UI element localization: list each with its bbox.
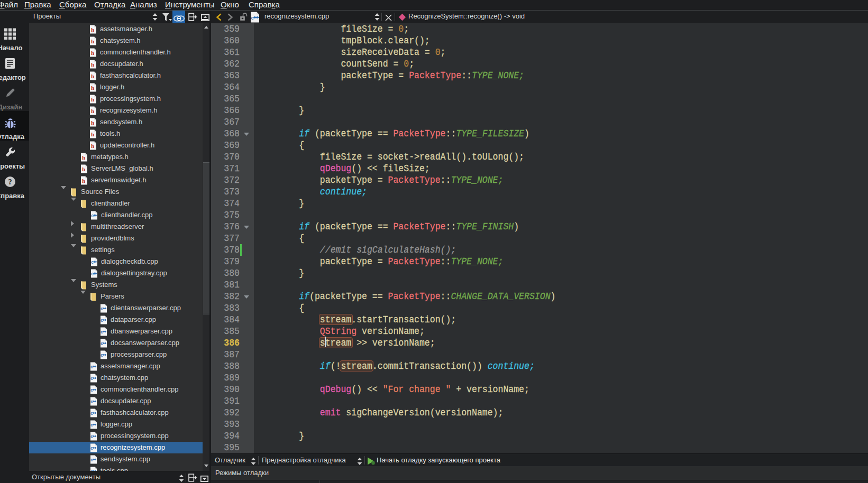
svg-text:c: c xyxy=(90,422,93,427)
svg-text:h: h xyxy=(91,72,94,79)
svg-text:c: c xyxy=(91,271,94,276)
svg-text:c: c xyxy=(100,340,103,346)
svg-text:h: h xyxy=(82,165,85,172)
svg-text:?: ? xyxy=(8,178,12,186)
svg-text:c: c xyxy=(90,445,93,450)
svg-text:h: h xyxy=(91,119,94,125)
svg-text:c: c xyxy=(90,433,93,439)
svg-text:c: c xyxy=(90,398,93,404)
svg-text:h: h xyxy=(91,38,94,44)
svg-text:h: h xyxy=(91,49,94,55)
svg-text:h: h xyxy=(91,96,94,102)
svg-text:h: h xyxy=(91,61,94,67)
svg-text:c: c xyxy=(91,259,94,264)
svg-text:c: c xyxy=(251,14,254,20)
svg-text:c: c xyxy=(100,352,103,357)
svg-text:c: c xyxy=(90,375,93,380)
svg-text:h: h xyxy=(91,107,94,114)
svg-text:c: c xyxy=(100,317,103,322)
svg-text:c: c xyxy=(100,329,103,334)
svg-text:c: c xyxy=(90,410,93,415)
svg-text:h: h xyxy=(82,154,85,160)
svg-text:c: c xyxy=(91,212,94,218)
svg-text:h: h xyxy=(82,177,85,183)
svg-text:c: c xyxy=(100,305,103,311)
svg-text:h: h xyxy=(91,84,94,90)
svg-text:c: c xyxy=(90,457,93,462)
svg-text:h: h xyxy=(91,142,94,148)
svg-text:c: c xyxy=(90,387,93,392)
svg-text:h: h xyxy=(91,131,94,137)
svg-text:c: c xyxy=(90,364,93,369)
svg-text:h: h xyxy=(91,26,94,32)
